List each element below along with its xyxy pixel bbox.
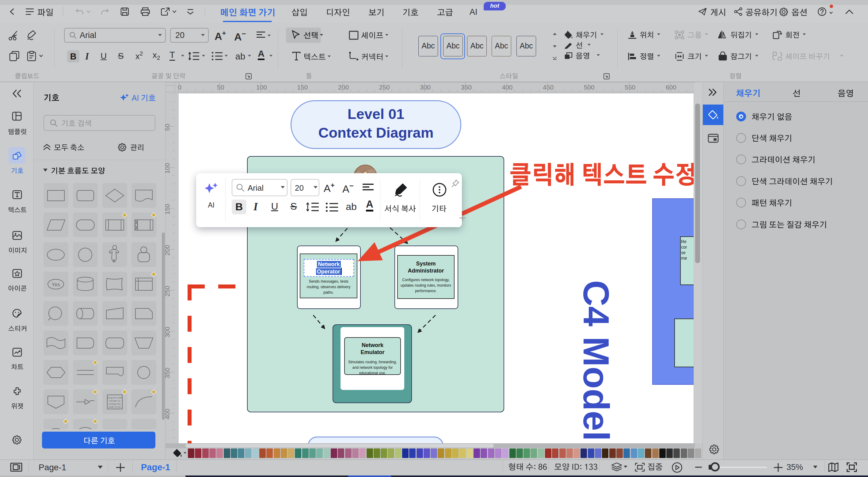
svg-text:400: 400 [164,409,171,419]
svg-text:350: 350 [164,367,171,378]
svg-text:100: 100 [164,163,171,174]
svg-text:200: 200 [164,245,171,256]
svg-text:300: 300 [164,327,171,337]
svg-text:250: 250 [164,286,171,296]
svg-text:150: 150 [164,204,171,215]
svg-text:50: 50 [164,124,171,131]
